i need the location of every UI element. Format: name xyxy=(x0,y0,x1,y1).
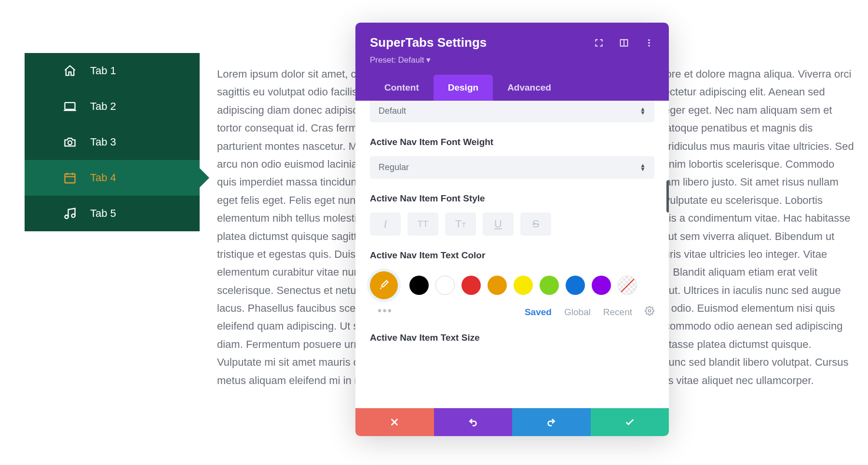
palette-tab-saved[interactable]: Saved xyxy=(525,307,552,318)
calendar-icon xyxy=(62,170,78,186)
undo-icon xyxy=(468,417,478,427)
strikethrough-button[interactable]: S xyxy=(520,213,551,236)
color-swatch-red[interactable] xyxy=(461,276,481,295)
uppercase-button[interactable]: TT xyxy=(407,213,438,236)
close-icon xyxy=(389,417,400,427)
undo-button[interactable] xyxy=(434,408,513,436)
color-swatch-green[interactable] xyxy=(540,276,559,295)
svg-point-7 xyxy=(648,42,650,43)
tab-content[interactable]: Content xyxy=(370,75,434,101)
modal-title: SuperTabs Settings xyxy=(370,35,487,50)
color-swatch-none[interactable] xyxy=(618,276,637,295)
sidebar-item-label: Tab 5 xyxy=(90,207,116,220)
tab-advanced[interactable]: Advanced xyxy=(493,75,566,101)
italic-icon: I xyxy=(383,218,387,230)
sidebar-item-label: Tab 2 xyxy=(90,100,116,113)
palette-tab-recent[interactable]: Recent xyxy=(603,307,632,318)
select-value: Default xyxy=(379,106,406,116)
palette-settings-button[interactable] xyxy=(645,306,654,318)
sidebar-item-label: Tab 3 xyxy=(90,136,116,148)
sidebar-item-tab-5[interactable]: Tab 5 xyxy=(25,196,200,231)
underline-icon: U xyxy=(494,218,502,230)
sidebar-item-tab-2[interactable]: Tab 2 xyxy=(25,89,200,124)
modal-header: SuperTabs Settings Preset: Default ▾ Con… xyxy=(355,23,669,101)
color-swatch-orange[interactable] xyxy=(488,276,507,295)
text-color-label: Active Nav Item Text Color xyxy=(370,250,654,261)
home-icon xyxy=(62,63,78,79)
sidebar-item-tab-4[interactable]: Tab 4 xyxy=(25,160,200,196)
font-weight-select[interactable]: Regular xyxy=(370,156,654,179)
music-icon xyxy=(62,206,78,221)
palette-tab-global[interactable]: Global xyxy=(564,307,591,318)
check-icon xyxy=(624,417,635,427)
sidebar-item-label: Tab 1 xyxy=(90,65,116,77)
color-swatch-purple[interactable] xyxy=(592,276,611,295)
font-style-button-group: I TT TT U S xyxy=(370,213,654,236)
redo-icon xyxy=(546,417,556,427)
select-caret-icon xyxy=(640,164,646,171)
titlecase-icon: TT xyxy=(455,218,466,230)
text-size-label: Active Nav Item Text Size xyxy=(370,332,654,343)
svg-point-4 xyxy=(72,214,75,217)
preset-selector[interactable]: Preset: Default ▾ xyxy=(370,55,654,65)
color-swatch-row xyxy=(370,271,654,299)
sidebar-item-tab-1[interactable]: Tab 1 xyxy=(25,53,200,89)
scrollbar-thumb[interactable] xyxy=(666,180,669,213)
sidebar-item-tab-3[interactable]: Tab 3 xyxy=(25,124,200,160)
underline-button[interactable]: U xyxy=(483,213,514,236)
font-style-label: Active Nav Item Font Style xyxy=(370,193,654,204)
svg-point-6 xyxy=(648,39,650,40)
tab-design[interactable]: Design xyxy=(434,75,493,101)
modal-body: Default Active Nav Item Font Weight Regu… xyxy=(355,101,669,408)
gear-icon xyxy=(645,306,654,316)
color-swatch-yellow[interactable] xyxy=(514,276,533,295)
svg-point-3 xyxy=(65,215,68,219)
font-weight-label: Active Nav Item Font Weight xyxy=(370,137,654,147)
italic-button[interactable]: I xyxy=(370,213,401,236)
font-family-select[interactable]: Default xyxy=(370,101,654,122)
confirm-button[interactable] xyxy=(591,408,669,436)
sidebar-item-label: Tab 4 xyxy=(90,172,116,184)
color-swatch-blue[interactable] xyxy=(566,276,585,295)
settings-modal: SuperTabs Settings Preset: Default ▾ Con… xyxy=(355,23,669,436)
color-swatch-black[interactable] xyxy=(409,276,429,295)
redo-button[interactable] xyxy=(512,408,591,436)
cancel-button[interactable] xyxy=(355,408,434,436)
svg-rect-0 xyxy=(65,103,75,109)
more-colors-button[interactable]: ••• xyxy=(370,300,393,318)
fullscreen-icon[interactable] xyxy=(594,38,604,48)
color-picker-button[interactable] xyxy=(370,271,398,299)
chevron-down-icon: ▾ xyxy=(426,55,431,65)
svg-point-9 xyxy=(649,310,651,312)
vertical-tabs: Tab 1 Tab 2 Tab 3 Tab 4 Tab 5 xyxy=(25,53,200,231)
eyedropper-icon xyxy=(378,279,390,292)
color-swatch-white[interactable] xyxy=(435,276,455,295)
select-value: Regular xyxy=(379,162,409,173)
svg-point-8 xyxy=(648,45,650,46)
modal-footer xyxy=(355,408,669,436)
titlecase-button[interactable]: TT xyxy=(445,213,476,236)
strikethrough-icon: S xyxy=(532,218,540,230)
kebab-menu-icon[interactable] xyxy=(644,38,654,48)
palette-tabs: Saved Global Recent xyxy=(525,306,654,318)
modal-tabs: Content Design Advanced xyxy=(370,75,654,101)
laptop-icon xyxy=(62,99,78,114)
svg-point-1 xyxy=(68,141,72,145)
uppercase-icon: TT xyxy=(418,219,428,229)
svg-rect-2 xyxy=(65,174,75,183)
camera-icon xyxy=(62,134,78,150)
select-caret-icon xyxy=(640,107,646,114)
columns-icon[interactable] xyxy=(619,38,629,48)
